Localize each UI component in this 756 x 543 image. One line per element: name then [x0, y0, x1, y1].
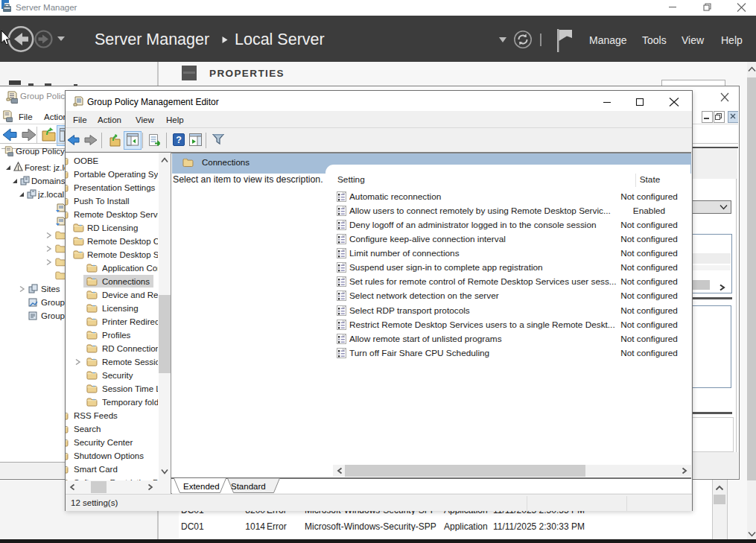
svg-text:Extended: Extended: [183, 482, 220, 491]
svg-text:?: ?: [176, 135, 182, 145]
svg-text:Standard: Standard: [231, 482, 266, 491]
